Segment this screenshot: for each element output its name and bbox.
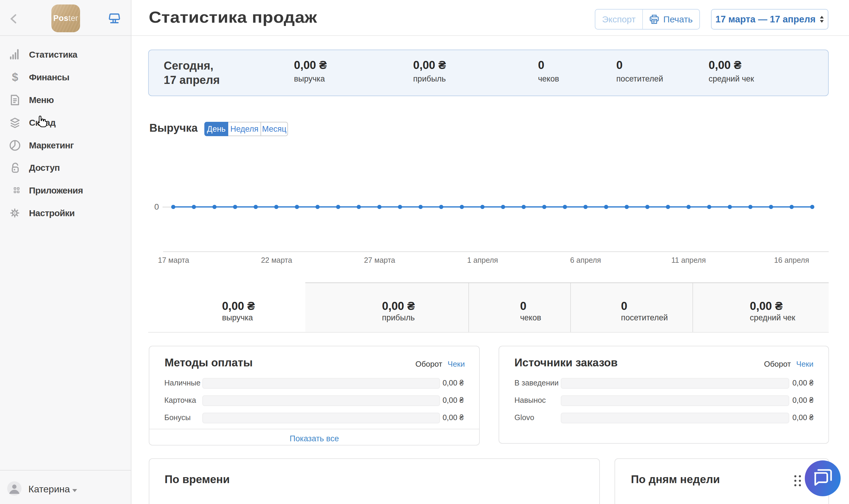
- svg-text:$: $: [12, 71, 18, 83]
